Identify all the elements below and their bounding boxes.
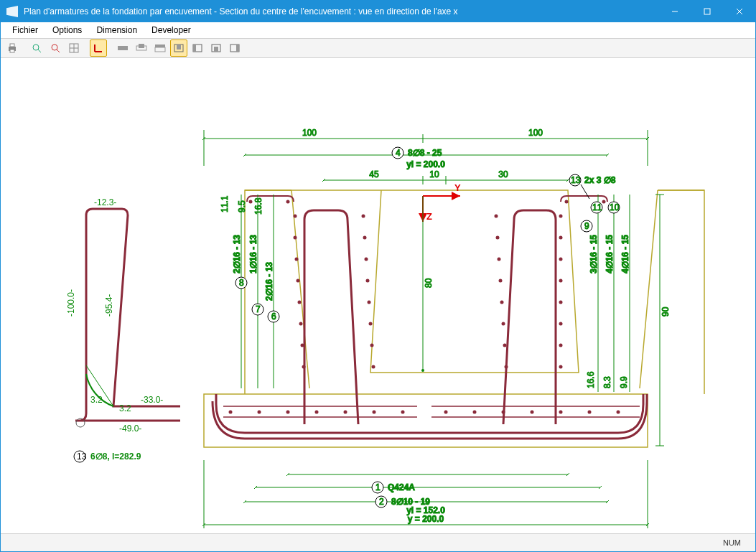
bubble-1: 1 <box>375 482 381 492</box>
svg-point-85 <box>286 200 290 204</box>
svg-point-82 <box>588 411 592 414</box>
svg-point-75 <box>373 411 376 414</box>
status-num: NUM <box>723 538 741 547</box>
view2-button[interactable] <box>133 39 150 57</box>
view5-button[interactable] <box>189 39 206 57</box>
svg-rect-16 <box>118 46 128 50</box>
dim-16-8: 16.8 <box>253 197 263 215</box>
drawing-canvas[interactable]: -12.3- -100.0- -95.4- 3.2 3.2 -33.0- -49… <box>1 58 755 533</box>
svg-point-74 <box>344 411 347 414</box>
label-13-top: 2x 3 ∅8 <box>584 175 616 185</box>
svg-point-53 <box>372 365 375 369</box>
dim-8-3: 8.3 <box>602 376 612 388</box>
dim-3-2b: 3.2 <box>119 403 131 413</box>
svg-point-60 <box>503 344 507 347</box>
bubble-6: 6 <box>271 312 276 322</box>
axes-button[interactable] <box>90 39 107 57</box>
svg-point-49 <box>366 279 370 283</box>
detail-13: -12.3- -100.0- -95.4- 3.2 3.2 -33.0- -49… <box>66 197 180 462</box>
grid-button[interactable] <box>65 39 83 57</box>
svg-point-77 <box>444 411 448 414</box>
svg-point-87 <box>602 200 606 204</box>
svg-point-39 <box>294 236 297 240</box>
svg-rect-24 <box>193 45 196 52</box>
svg-point-59 <box>502 322 505 326</box>
axis-y-label: Y <box>454 182 461 193</box>
dim-30: 30 <box>498 169 508 179</box>
svg-point-9 <box>52 45 57 50</box>
svg-point-55 <box>496 236 500 240</box>
svg-rect-22 <box>177 45 181 50</box>
bubble-13: 13 <box>77 452 87 462</box>
bubble-13-top: 13 <box>571 175 581 185</box>
svg-point-40 <box>295 258 299 261</box>
svg-rect-5 <box>10 44 14 47</box>
statusbar: NUM <box>1 533 755 551</box>
svg-point-76 <box>401 411 405 414</box>
svg-point-79 <box>502 411 505 414</box>
window-title: Plan d'armatures de la fondation par enc… <box>24 6 658 17</box>
svg-rect-26 <box>214 47 218 52</box>
window-buttons <box>658 1 755 22</box>
svg-point-51 <box>369 322 373 326</box>
svg-point-48 <box>365 258 368 261</box>
zoom-in-button[interactable] <box>28 39 45 57</box>
menubar: Fichier Options Dimension Developer <box>1 22 755 39</box>
label-9: 3∅16 - 15 <box>589 235 599 273</box>
svg-point-63 <box>559 236 563 240</box>
minimize-button[interactable] <box>658 1 691 22</box>
dim-9-9: 9.9 <box>619 376 629 388</box>
svg-point-71 <box>258 411 261 414</box>
svg-rect-6 <box>10 50 14 52</box>
svg-point-43 <box>299 322 303 326</box>
view4-button[interactable] <box>170 39 187 57</box>
close-button[interactable] <box>723 1 755 22</box>
label-6: 2∅16 - 13 <box>264 262 274 301</box>
app-icon <box>6 6 18 17</box>
maximize-button[interactable] <box>691 1 723 22</box>
dim-33: -33.0- <box>141 395 163 405</box>
menu-dimension[interactable]: Dimension <box>89 24 144 37</box>
bubble-4: 4 <box>396 148 401 158</box>
dim-y200: y = 200.0 <box>408 514 444 524</box>
view6-button[interactable] <box>207 39 225 57</box>
dim-v-100: -100.0- <box>66 289 76 317</box>
menu-fichier[interactable]: Fichier <box>5 24 45 37</box>
label-8: 2∅16 - 13 <box>232 235 242 273</box>
svg-point-61 <box>505 365 508 369</box>
dim-yl200: yl = 200.0 <box>406 159 445 169</box>
zoom-out-button[interactable] <box>47 39 64 57</box>
svg-point-86 <box>565 200 569 204</box>
axis-z-label: Z <box>426 211 432 222</box>
svg-point-38 <box>294 215 297 218</box>
svg-point-84 <box>249 200 253 204</box>
menu-options[interactable]: Options <box>45 24 89 37</box>
view1-button[interactable] <box>114 39 131 57</box>
svg-rect-18 <box>139 44 144 48</box>
bubble-2: 2 <box>379 497 384 507</box>
svg-point-56 <box>498 258 501 261</box>
dim-45: 45 <box>369 169 379 179</box>
svg-rect-1 <box>704 9 710 14</box>
svg-point-72 <box>286 411 290 414</box>
menu-developer[interactable]: Developer <box>144 24 198 37</box>
bubble-9: 9 <box>584 221 589 231</box>
view3-button[interactable] <box>151 39 169 57</box>
svg-rect-28 <box>236 45 239 52</box>
print-button[interactable] <box>4 39 21 57</box>
svg-point-52 <box>370 344 374 347</box>
bubble-10: 10 <box>610 202 620 212</box>
label-4: 8∅8 - 25 <box>408 148 442 158</box>
main-section: Y Z 100 100 4 8∅8 - 25 yl = 200.0 <box>204 128 704 528</box>
dim-49: -49.0- <box>119 424 141 434</box>
view7-button[interactable] <box>226 39 243 57</box>
svg-point-42 <box>298 301 302 304</box>
svg-point-50 <box>368 301 371 304</box>
label-10: 4∅16 - 15 <box>605 235 615 273</box>
dim-100-left: 100 <box>302 128 317 138</box>
bubble-7: 7 <box>256 304 261 314</box>
svg-point-41 <box>297 279 300 283</box>
svg-point-67 <box>559 322 563 326</box>
dim-v-95-4: -95.4- <box>104 294 114 317</box>
svg-point-68 <box>559 344 563 347</box>
